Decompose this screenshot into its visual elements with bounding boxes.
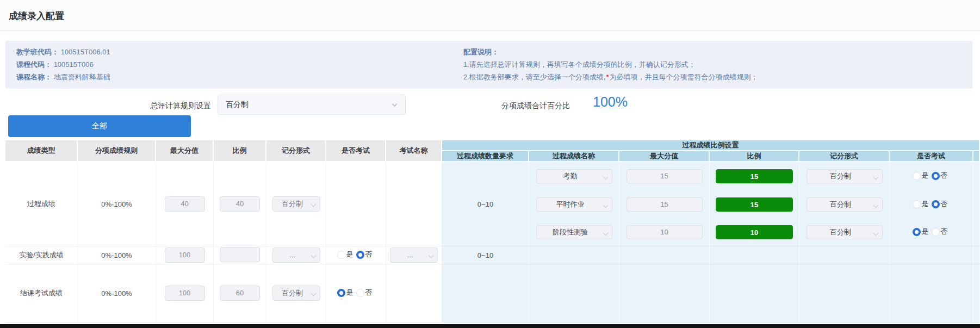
radio-no[interactable] — [932, 200, 940, 208]
title-bar — [0, 0, 980, 31]
course-name-label: 课程名称： — [16, 73, 52, 81]
row2-process-qty: 0~10 — [442, 246, 529, 264]
sub3-exam-radio-group: 是 否 — [913, 227, 951, 237]
row2-blue-empty — [529, 246, 619, 264]
radio-yes[interactable] — [337, 289, 345, 297]
row2-type: 实验/实践成绩 — [5, 246, 78, 264]
radio-no[interactable] — [356, 251, 364, 259]
course-code-line: 课程代码： 100515T006 — [16, 58, 110, 71]
sub2-form-select[interactable]: 百分制 — [807, 197, 883, 212]
header-ratio: 比例 — [214, 140, 266, 162]
row2-rule: 0%-100% — [78, 246, 156, 264]
sub2-max-input[interactable]: 15 — [627, 197, 703, 212]
row3-max-input[interactable]: 100 — [165, 286, 205, 301]
sub3-form-select[interactable]: 百分制 — [807, 225, 883, 239]
sub1-ratio-value[interactable]: 15 — [716, 169, 793, 183]
row3-ratio-input[interactable]: 60 — [220, 286, 260, 301]
required-asterisk: * — [605, 73, 609, 81]
radio-no[interactable] — [356, 289, 364, 297]
course-info-panel: 教学班代码： 100515T006.01 课程代码： 100515T006 课程… — [5, 41, 972, 89]
sub3-max-input[interactable]: 10 — [627, 225, 703, 239]
subheader-process-max: 最大分值 — [619, 151, 710, 162]
row3-type: 结课考试成绩 — [5, 264, 78, 323]
subheader-process-exam: 是否考试 — [890, 151, 973, 162]
sub1-name-select[interactable]: 考勤 — [536, 169, 612, 183]
row1-exam-name-cell — [386, 162, 442, 246]
page-title: 成绩录入配置 — [9, 10, 64, 22]
course-name-value: 地震资料解释基础 — [54, 73, 110, 81]
total-rule-value: 百分制 — [226, 100, 249, 110]
course-code-value: 100515T006 — [54, 60, 94, 69]
row3-form-select[interactable]: 百分制 — [272, 286, 320, 301]
row1-type: 过程成绩 — [5, 162, 78, 246]
radio-yes[interactable] — [337, 251, 345, 259]
row1-form-select[interactable]: 百分制 — [272, 196, 320, 212]
class-code-label: 教学班代码： — [16, 48, 59, 56]
sum-percentage-label: 分项成绩合计百分比 — [501, 101, 570, 111]
row1-is-exam-cell — [326, 162, 386, 246]
subheader-process-form: 记分形式 — [799, 151, 890, 162]
header-item-rule: 分项成绩规则 — [78, 140, 156, 162]
subheader-process-name: 过程成绩名称 — [529, 151, 619, 162]
config-notes: 配置说明： 1.请先选择总评计算规则，再填写各个成绩分项的比例，并确认记分形式；… — [463, 46, 758, 83]
total-rule-label: 总评计算规则设置 — [98, 101, 211, 111]
subheader-sliver — [973, 151, 980, 162]
header-exam-name: 考试名称 — [386, 140, 442, 162]
sub2-exam-radio-group: 是 否 — [913, 199, 951, 209]
header-max-score: 最大分值 — [156, 140, 214, 162]
header-process-group: 过程成绩比例设置 — [442, 140, 980, 151]
sub2-name-select[interactable]: 平时作业 — [536, 197, 612, 212]
row1-sliver — [973, 162, 980, 246]
sub3-name-select[interactable]: 阶段性测验 — [536, 225, 612, 239]
row2-form-select[interactable]: ... — [272, 247, 320, 263]
config-note-2: 2.根据教务部要求，请至少选择一个分项成绩,*为必填项，并且每个分项需符合分项成… — [463, 71, 758, 83]
row1-process-qty: 0~10 — [442, 162, 529, 246]
class-code-line: 教学班代码： 100515T006.01 — [16, 46, 110, 58]
radio-yes[interactable] — [913, 228, 921, 236]
course-name-line: 课程名称： 地震资料解释基础 — [16, 71, 110, 83]
radio-yes[interactable] — [913, 172, 921, 180]
all-button[interactable]: 全部 — [8, 115, 191, 137]
sub1-exam-radio-group: 是 否 — [913, 171, 951, 181]
sum-percentage-value: 100% — [593, 94, 628, 110]
sub1-max-input[interactable]: 15 — [627, 169, 703, 183]
radio-yes[interactable] — [913, 200, 921, 208]
header-grade-type: 成绩类型 — [5, 140, 78, 162]
row3-exam-radio-group: 是 否 — [337, 288, 375, 298]
sub3-ratio-value[interactable]: 10 — [716, 225, 793, 239]
class-code-value: 100515T006.01 — [61, 48, 110, 56]
sub2-ratio-value[interactable]: 15 — [716, 197, 793, 212]
header-is-exam: 是否考试 — [326, 140, 386, 162]
row2-max-input[interactable]: 100 — [165, 247, 205, 263]
row1-ratio-input[interactable]: 40 — [220, 196, 260, 212]
row1-max-input[interactable]: 40 — [165, 196, 205, 212]
course-info-left: 教学班代码： 100515T006.01 课程代码： 100515T006 课程… — [16, 46, 110, 83]
config-note-1: 1.请先选择总评计算规则，再填写各个成绩分项的比例，并确认记分形式； — [463, 58, 758, 71]
radio-no[interactable] — [932, 172, 940, 180]
sub1-form-select[interactable]: 百分制 — [807, 169, 883, 183]
config-notes-title: 配置说明： — [463, 46, 758, 58]
grade-config-table: 成绩类型 分项成绩规则 最大分值 比例 记分形式 是否考试 考试名称 过程成绩比… — [5, 140, 980, 323]
bottom-window-edge — [0, 324, 980, 328]
row2-ratio-input[interactable] — [220, 247, 260, 262]
radio-no[interactable] — [932, 228, 940, 236]
total-rule-select[interactable]: 百分制 — [218, 95, 406, 115]
row3-rule: 0%-100% — [78, 264, 156, 323]
row3-process-qty — [442, 264, 529, 323]
row2-exam-name-select[interactable]: ... — [390, 247, 438, 263]
subheader-process-ratio: 比例 — [710, 151, 799, 162]
chevron-down-icon — [392, 102, 398, 107]
header-scoring-form: 记分形式 — [266, 140, 326, 162]
row1-rule: 0%-100% — [78, 162, 156, 246]
row2-exam-radio-group: 是 否 — [337, 250, 375, 259]
subheader-process-qty: 过程成绩数量要求 — [442, 151, 529, 162]
course-code-label: 课程代码： — [16, 60, 52, 69]
